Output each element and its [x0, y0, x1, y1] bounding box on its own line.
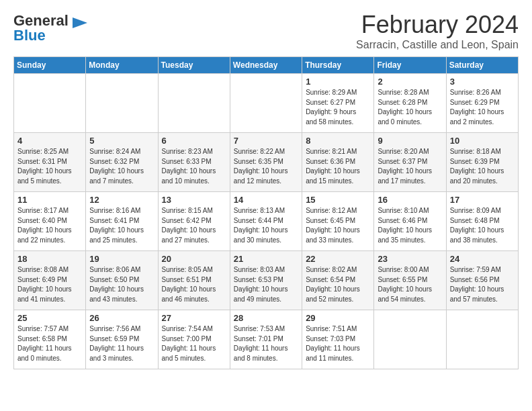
day-number: 6 [162, 136, 226, 146]
table-row: 22Sunrise: 8:02 AM Sunset: 6:54 PM Dayli… [302, 251, 374, 310]
table-row: 19Sunrise: 8:06 AM Sunset: 6:50 PM Dayli… [86, 251, 158, 310]
table-row: 25Sunrise: 7:57 AM Sunset: 6:58 PM Dayli… [14, 310, 86, 369]
day-number: 5 [89, 136, 154, 146]
header-sunday: Sunday [14, 57, 86, 74]
day-info: Sunrise: 8:13 AM Sunset: 6:44 PM Dayligh… [234, 206, 298, 245]
table-row: 24Sunrise: 7:59 AM Sunset: 6:56 PM Dayli… [446, 251, 518, 310]
month-year-title: February 2024 [356, 11, 519, 39]
table-row [158, 74, 230, 133]
table-row: 21Sunrise: 8:03 AM Sunset: 6:53 PM Dayli… [230, 251, 302, 310]
calendar-week-row: 11Sunrise: 8:17 AM Sunset: 6:40 PM Dayli… [14, 192, 519, 251]
day-number: 26 [89, 313, 154, 323]
day-number: 17 [450, 195, 515, 205]
day-number: 15 [306, 195, 370, 205]
day-number: 1 [306, 77, 370, 87]
header-tuesday: Tuesday [158, 57, 230, 74]
table-row: 12Sunrise: 8:16 AM Sunset: 6:41 PM Dayli… [86, 192, 158, 251]
day-info: Sunrise: 8:09 AM Sunset: 6:48 PM Dayligh… [450, 206, 515, 245]
day-number: 28 [234, 313, 298, 323]
day-info: Sunrise: 8:28 AM Sunset: 6:28 PM Dayligh… [378, 88, 442, 127]
table-row [230, 74, 302, 133]
table-row: 5Sunrise: 8:24 AM Sunset: 6:32 PM Daylig… [86, 133, 158, 192]
day-info: Sunrise: 8:00 AM Sunset: 6:55 PM Dayligh… [378, 265, 442, 304]
day-info: Sunrise: 8:08 AM Sunset: 6:49 PM Dayligh… [17, 265, 82, 304]
table-row: 13Sunrise: 8:15 AM Sunset: 6:42 PM Dayli… [158, 192, 230, 251]
day-info: Sunrise: 8:10 AM Sunset: 6:46 PM Dayligh… [378, 206, 442, 245]
table-row: 11Sunrise: 8:17 AM Sunset: 6:40 PM Dayli… [14, 192, 86, 251]
day-info: Sunrise: 7:53 AM Sunset: 7:01 PM Dayligh… [234, 324, 298, 363]
day-number: 23 [378, 254, 442, 264]
table-row: 26Sunrise: 7:56 AM Sunset: 6:59 PM Dayli… [86, 310, 158, 369]
day-number: 4 [17, 136, 82, 146]
day-info: Sunrise: 8:22 AM Sunset: 6:35 PM Dayligh… [234, 147, 298, 186]
calendar-week-row: 1Sunrise: 8:29 AM Sunset: 6:27 PM Daylig… [14, 74, 519, 133]
day-number: 8 [306, 136, 370, 146]
calendar-header-row: Sunday Monday Tuesday Wednesday Thursday… [14, 57, 519, 74]
day-number: 20 [162, 254, 226, 264]
table-row: 28Sunrise: 7:53 AM Sunset: 7:01 PM Dayli… [230, 310, 302, 369]
day-info: Sunrise: 8:16 AM Sunset: 6:41 PM Dayligh… [89, 206, 154, 245]
day-info: Sunrise: 8:05 AM Sunset: 6:51 PM Dayligh… [162, 265, 226, 304]
svg-marker-0 [73, 17, 87, 28]
day-info: Sunrise: 8:25 AM Sunset: 6:31 PM Dayligh… [17, 147, 82, 186]
day-number: 16 [378, 195, 442, 205]
logo-blue-text: Blue [13, 27, 46, 44]
day-number: 18 [17, 254, 82, 264]
day-info: Sunrise: 7:54 AM Sunset: 7:00 PM Dayligh… [162, 324, 226, 363]
calendar-week-row: 25Sunrise: 7:57 AM Sunset: 6:58 PM Dayli… [14, 310, 519, 369]
header-wednesday: Wednesday [230, 57, 302, 74]
table-row: 9Sunrise: 8:20 AM Sunset: 6:37 PM Daylig… [374, 133, 446, 192]
table-row: 14Sunrise: 8:13 AM Sunset: 6:44 PM Dayli… [230, 192, 302, 251]
day-number: 29 [306, 313, 370, 323]
table-row [446, 310, 518, 369]
day-number: 27 [162, 313, 226, 323]
header-thursday: Thursday [302, 57, 374, 74]
day-number: 11 [17, 195, 82, 205]
day-info: Sunrise: 7:59 AM Sunset: 6:56 PM Dayligh… [450, 265, 515, 304]
day-number: 7 [234, 136, 298, 146]
day-info: Sunrise: 8:15 AM Sunset: 6:42 PM Dayligh… [162, 206, 226, 245]
day-info: Sunrise: 8:12 AM Sunset: 6:45 PM Dayligh… [306, 206, 370, 245]
table-row: 16Sunrise: 8:10 AM Sunset: 6:46 PM Dayli… [374, 192, 446, 251]
table-row [374, 310, 446, 369]
day-number: 24 [450, 254, 515, 264]
day-number: 10 [450, 136, 515, 146]
header-friday: Friday [374, 57, 446, 74]
table-row: 2Sunrise: 8:28 AM Sunset: 6:28 PM Daylig… [374, 74, 446, 133]
table-row: 3Sunrise: 8:26 AM Sunset: 6:29 PM Daylig… [446, 74, 518, 133]
table-row: 29Sunrise: 7:51 AM Sunset: 7:03 PM Dayli… [302, 310, 374, 369]
day-info: Sunrise: 8:06 AM Sunset: 6:50 PM Dayligh… [89, 265, 154, 304]
table-row: 17Sunrise: 8:09 AM Sunset: 6:48 PM Dayli… [446, 192, 518, 251]
day-number: 14 [234, 195, 298, 205]
day-info: Sunrise: 8:20 AM Sunset: 6:37 PM Dayligh… [378, 147, 442, 186]
table-row: 18Sunrise: 8:08 AM Sunset: 6:49 PM Dayli… [14, 251, 86, 310]
day-info: Sunrise: 7:51 AM Sunset: 7:03 PM Dayligh… [306, 324, 370, 363]
calendar-week-row: 18Sunrise: 8:08 AM Sunset: 6:49 PM Dayli… [14, 251, 519, 310]
table-row: 20Sunrise: 8:05 AM Sunset: 6:51 PM Dayli… [158, 251, 230, 310]
day-number: 25 [17, 313, 82, 323]
day-number: 12 [89, 195, 154, 205]
day-number: 19 [89, 254, 154, 264]
calendar-table: Sunday Monday Tuesday Wednesday Thursday… [13, 56, 519, 369]
day-info: Sunrise: 7:57 AM Sunset: 6:58 PM Dayligh… [17, 324, 82, 363]
day-info: Sunrise: 8:17 AM Sunset: 6:40 PM Dayligh… [17, 206, 82, 245]
location-subtitle: Sarracin, Castille and Leon, Spain [356, 39, 519, 51]
table-row: 15Sunrise: 8:12 AM Sunset: 6:45 PM Dayli… [302, 192, 374, 251]
table-row: 6Sunrise: 8:23 AM Sunset: 6:33 PM Daylig… [158, 133, 230, 192]
table-row: 8Sunrise: 8:21 AM Sunset: 6:36 PM Daylig… [302, 133, 374, 192]
logo: General Blue [13, 13, 87, 43]
table-row [86, 74, 158, 133]
table-row: 4Sunrise: 8:25 AM Sunset: 6:31 PM Daylig… [14, 133, 86, 192]
day-number: 22 [306, 254, 370, 264]
table-row: 7Sunrise: 8:22 AM Sunset: 6:35 PM Daylig… [230, 133, 302, 192]
day-info: Sunrise: 8:23 AM Sunset: 6:33 PM Dayligh… [162, 147, 226, 186]
calendar-week-row: 4Sunrise: 8:25 AM Sunset: 6:31 PM Daylig… [14, 133, 519, 192]
day-number: 13 [162, 195, 226, 205]
day-info: Sunrise: 8:26 AM Sunset: 6:29 PM Dayligh… [450, 88, 515, 127]
day-info: Sunrise: 8:21 AM Sunset: 6:36 PM Dayligh… [306, 147, 370, 186]
table-row: 23Sunrise: 8:00 AM Sunset: 6:55 PM Dayli… [374, 251, 446, 310]
day-info: Sunrise: 8:03 AM Sunset: 6:53 PM Dayligh… [234, 265, 298, 304]
header-saturday: Saturday [446, 57, 518, 74]
day-info: Sunrise: 8:18 AM Sunset: 6:39 PM Dayligh… [450, 147, 515, 186]
table-row: 1Sunrise: 8:29 AM Sunset: 6:27 PM Daylig… [302, 74, 374, 133]
